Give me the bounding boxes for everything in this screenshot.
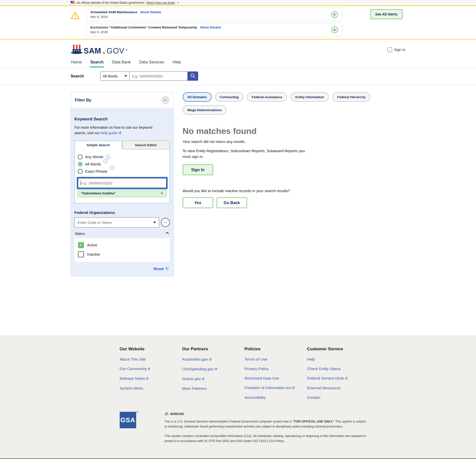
simple-search-panel: Any Words i All Words i Exact Phrase i (74, 149, 170, 203)
gsa-logo: GSA ® (120, 412, 136, 428)
warning-paragraph-2: This system contains Controlled Unclassi… (165, 434, 368, 444)
footer-link-terms-of-use[interactable]: Terms of Use (245, 357, 307, 362)
checkbox-inactive[interactable] (78, 251, 84, 257)
logo-registered-mark: ® (125, 49, 127, 51)
close-icon[interactable]: ✕ (331, 26, 338, 33)
nav-item-data-bank[interactable]: Data Bank (112, 57, 131, 67)
filter-by-title: Filter By (75, 98, 91, 102)
collapse-filters-button[interactable]: − (161, 96, 169, 104)
domain-pill-federal-assistance[interactable]: Federal Assistance (247, 92, 287, 102)
checkbox-active[interactable]: ✓ (78, 242, 84, 248)
radio-any-words[interactable] (78, 154, 83, 159)
footer-link-grants-gov[interactable]: Grants.gov (182, 377, 245, 381)
alert-date: Mar 9, 2026 (90, 15, 327, 19)
external-link-icon (118, 130, 121, 136)
footer-link-restricted-data-use[interactable]: Restricted Data Use (245, 376, 307, 381)
chevron-down-icon (153, 222, 156, 223)
nav-item-data-services[interactable]: Data Services (139, 57, 165, 67)
chip-close-icon[interactable]: ✕ (161, 191, 163, 195)
keyword-chip: "Gebrehiwot Atsibha" ✕ (78, 190, 167, 197)
footer-link-acquisition-gov[interactable]: Acquisition.gov (182, 357, 245, 362)
reset-link[interactable]: Reset (153, 267, 164, 271)
keyword-chip-text: "Gebrehiwot Atsibha" (81, 191, 116, 195)
footer-link-system-alerts[interactable]: System Alerts (120, 386, 182, 391)
footer-link-check-entity-status[interactable]: Check Entity Status (307, 367, 370, 371)
text-cursor (80, 180, 80, 185)
filter-panel: Filter By − Keyword Search For more info… (71, 92, 174, 276)
footer-link-more-partners[interactable]: More Partners (182, 386, 245, 391)
alert-title: Scheduled SAM Maintenance (90, 10, 137, 14)
status-heading: Status (75, 232, 85, 236)
radio-all-words[interactable] (78, 162, 83, 167)
sam-gov-logo[interactable]: ★ ★ ★ SAM★GOV® (71, 44, 127, 55)
keyword-search-heading: Keyword Search (74, 117, 170, 122)
footer-heading-our-website: Our Website (120, 347, 182, 352)
footer-link-privacy-policy[interactable]: Privacy Policy (245, 367, 307, 371)
footer-link-accessibility[interactable]: Accessibility (245, 395, 307, 400)
keyword-search-input[interactable]: e.g. 1606N020Q02 (78, 178, 167, 188)
footer-heading-policies: Policies (245, 347, 307, 352)
uncle-sam-hat-icon: ★ ★ ★ (71, 44, 83, 55)
warning-title: WARNING (170, 412, 184, 416)
federal-org-combobox[interactable]: Enter Code or Name (74, 217, 159, 228)
domain-pill-entity-information[interactable]: Entity Information (291, 92, 329, 102)
tab-search-editor[interactable]: Search Editor (122, 141, 170, 149)
federal-organizations-heading: Federal Organizations (74, 210, 170, 215)
sign-in-link[interactable]: ← Sign In (387, 47, 405, 52)
chevron-up-icon[interactable] (166, 232, 169, 235)
sign-in-label: Sign In (394, 48, 405, 52)
sign-in-required-text: To view Entity Registrations, Subcontrac… (183, 148, 307, 159)
sign-in-arrow-icon: ← (387, 47, 392, 52)
external-link-icon (146, 377, 149, 381)
see-all-alerts-button[interactable]: See All Alerts (370, 9, 403, 19)
radio-exact-phrase-label: Exact Phrase (85, 169, 107, 173)
no-results-text: Your search did not return any results. (183, 139, 406, 144)
site-header: ★ ★ ★ SAM★GOV® ← Sign In (0, 39, 476, 57)
reset-icon: ↻ (165, 266, 169, 271)
domain-pill-federal-hierarchy[interactable]: Federal Hierarchy (332, 92, 370, 102)
footer-link-our-community[interactable]: Our Community (120, 367, 182, 371)
more-options-button[interactable]: ··· (161, 218, 170, 227)
info-icon[interactable]: i (110, 166, 114, 170)
checkbox-active-label: Active (87, 243, 97, 247)
alert-title: Exclusions “Additional Comments” Content… (90, 25, 197, 29)
status-options-box: ✓ Active Inactive (74, 238, 170, 262)
search-icon (190, 73, 196, 79)
footer-link-external-resources[interactable]: External Resources (307, 386, 370, 390)
radio-exact-phrase[interactable] (78, 169, 83, 174)
info-icon[interactable]: i (106, 155, 110, 159)
info-icon[interactable]: i (103, 159, 108, 163)
footer-link-usaspending-gov[interactable]: USASpending.gov (182, 367, 245, 372)
footer-link-federal-service-desk[interactable]: Federal Service Desk (307, 376, 370, 381)
footer-link-help[interactable]: Help (307, 357, 370, 362)
help-guide-link[interactable]: help guide (101, 131, 117, 135)
domain-pill-all-domains[interactable]: All Domains (183, 92, 212, 102)
sign-in-button[interactable]: Sign In (183, 164, 213, 175)
radio-any-words-label: Any Words (85, 155, 103, 159)
footer-link-contact[interactable]: Contact (307, 395, 370, 400)
search-mode-select[interactable]: All Words (100, 71, 130, 81)
tab-simple-search[interactable]: Simple Search (74, 141, 122, 149)
nav-item-home[interactable]: Home (71, 57, 82, 67)
nav-item-search[interactable]: Search (90, 57, 104, 67)
search-button[interactable] (188, 71, 198, 81)
footer-link-foia[interactable]: Freedom of Information Act (245, 386, 307, 390)
footer-link-about-this-site[interactable]: About This Site (120, 357, 182, 362)
banner-how-link[interactable]: Here's how you know (146, 1, 175, 4)
gov-banner: An official website of the United States… (0, 0, 476, 6)
logo-gov-text: GOV (107, 46, 125, 55)
gsa-registered-mark: ® (137, 411, 139, 413)
global-search-input[interactable] (130, 71, 188, 81)
domain-pill-contracting[interactable]: Contracting (215, 92, 244, 102)
svg-text:★ ★ ★: ★ ★ ★ (74, 49, 80, 52)
alert-show-details-link[interactable]: Show Details (140, 10, 161, 14)
results-area: All Domains Contracting Federal Assistan… (183, 92, 406, 276)
domain-pill-wage-determinations[interactable]: Wage Determinations (183, 105, 227, 115)
alert-show-details-link[interactable]: Show Details (200, 25, 221, 29)
yes-button[interactable]: Yes (183, 197, 213, 208)
external-link-icon (209, 357, 212, 362)
footer-link-release-notes[interactable]: Release Notes (120, 376, 182, 381)
nav-item-help[interactable]: Help (172, 57, 181, 67)
go-back-button[interactable]: Go Back (217, 197, 247, 208)
close-icon[interactable]: ✕ (331, 11, 338, 18)
